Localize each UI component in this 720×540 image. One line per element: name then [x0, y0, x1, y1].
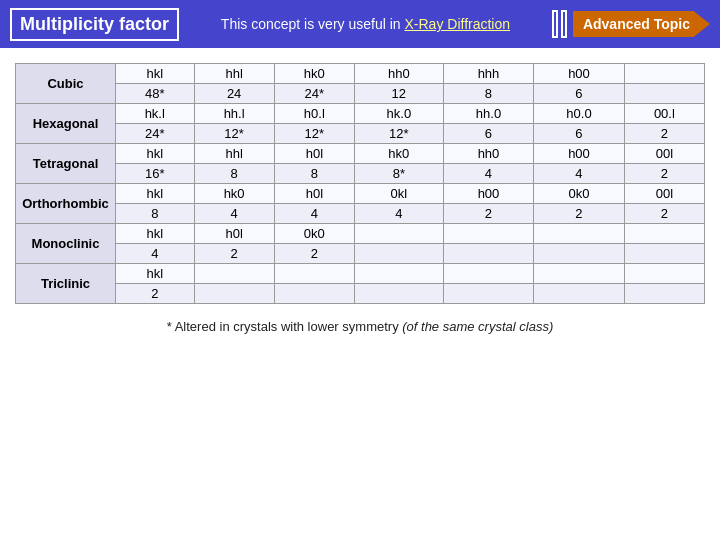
- footer-note: * Altered in crystals with lower symmetr…: [15, 319, 705, 334]
- table-cell: 6: [534, 124, 625, 144]
- system-label: Monoclinic: [16, 224, 116, 264]
- advanced-topic-section: Advanced Topic: [552, 10, 710, 38]
- table-row: 2: [16, 284, 705, 304]
- table-cell: 2: [274, 244, 354, 264]
- table-cell: hk.l: [116, 104, 195, 124]
- table-cell: 12: [354, 84, 443, 104]
- table-cell: [624, 244, 704, 264]
- table-cell: 8: [443, 84, 534, 104]
- footer-italic-text: (of the same crystal class): [402, 319, 553, 334]
- footer-text: * Altered in crystals with lower symmetr…: [167, 319, 403, 334]
- table-cell: h00: [534, 64, 625, 84]
- table-cell: [624, 264, 704, 284]
- multiplicity-table: Cubic hkl hhl hk0 hh0 hhh h00 48* 24 24*…: [15, 63, 705, 304]
- pause-bar-right: [561, 10, 567, 38]
- table-cell: 8: [194, 164, 274, 184]
- table-cell: [624, 224, 704, 244]
- table-cell: hk.0: [354, 104, 443, 124]
- table-cell: h00: [443, 184, 534, 204]
- table-row: 8 4 4 4 2 2 2: [16, 204, 705, 224]
- table-cell: [624, 284, 704, 304]
- table-row: Tetragonal hkl hhl h0l hk0 hh0 h00 00l: [16, 144, 705, 164]
- table-cell: hh0: [443, 144, 534, 164]
- table-cell: 0k0: [534, 184, 625, 204]
- table-cell: 4: [116, 244, 195, 264]
- table-row: Cubic hkl hhl hk0 hh0 hhh h00: [16, 64, 705, 84]
- table-cell: 2: [624, 204, 704, 224]
- table-cell: [354, 244, 443, 264]
- table-cell: 2: [534, 204, 625, 224]
- table-cell: 4: [443, 164, 534, 184]
- pause-icon: [552, 10, 567, 38]
- table-cell: 6: [534, 84, 625, 104]
- table-cell: [443, 244, 534, 264]
- table-cell: [274, 284, 354, 304]
- table-cell: 8*: [354, 164, 443, 184]
- table-cell: 4: [534, 164, 625, 184]
- table-cell: 4: [274, 204, 354, 224]
- table-cell: hkl: [116, 184, 195, 204]
- table-cell: [194, 264, 274, 284]
- table-cell: hk0: [274, 64, 354, 84]
- table-cell: 12*: [274, 124, 354, 144]
- table-cell: hkl: [116, 144, 195, 164]
- table-row: Monoclinic hkl h0l 0k0: [16, 224, 705, 244]
- advanced-topic-badge: Advanced Topic: [573, 11, 710, 37]
- system-label: Triclinic: [16, 264, 116, 304]
- page-title: Multiplicity factor: [10, 8, 179, 41]
- table-cell: hh.0: [443, 104, 534, 124]
- table-cell: h0.0: [534, 104, 625, 124]
- table-cell: hhh: [443, 64, 534, 84]
- header-description: This concept is very useful in X-Ray Dif…: [179, 16, 552, 32]
- table-cell: [534, 264, 625, 284]
- table-cell: 00l: [624, 144, 704, 164]
- main-content: Cubic hkl hhl hk0 hh0 hhh h00 48* 24 24*…: [0, 48, 720, 344]
- table-row: 48* 24 24* 12 8 6: [16, 84, 705, 104]
- table-cell: 6: [443, 124, 534, 144]
- table-cell: h0.l: [274, 104, 354, 124]
- table-cell: h0l: [194, 224, 274, 244]
- table-row: 24* 12* 12* 12* 6 6 2: [16, 124, 705, 144]
- table-cell: [534, 224, 625, 244]
- table-row: Hexagonal hk.l hh.l h0.l hk.0 hh.0 h0.0 …: [16, 104, 705, 124]
- system-label: Hexagonal: [16, 104, 116, 144]
- table-cell: 4: [194, 204, 274, 224]
- xray-link[interactable]: X-Ray Diffraction: [405, 16, 511, 32]
- table-cell: 00.l: [624, 104, 704, 124]
- table-cell: [354, 264, 443, 284]
- table-cell: hhl: [194, 144, 274, 164]
- page-header: Multiplicity factor This concept is very…: [0, 0, 720, 48]
- table-cell: [354, 224, 443, 244]
- table-cell: hk0: [194, 184, 274, 204]
- table-cell: 2: [624, 164, 704, 184]
- table-cell: 2: [116, 284, 195, 304]
- table-cell: 2: [194, 244, 274, 264]
- table-cell: h00: [534, 144, 625, 164]
- table-cell: [624, 84, 704, 104]
- description-text: This concept is very useful in: [221, 16, 405, 32]
- system-label: Orthorhombic: [16, 184, 116, 224]
- table-cell: 12*: [194, 124, 274, 144]
- table-cell: [274, 264, 354, 284]
- table-cell: h0l: [274, 184, 354, 204]
- table-cell: 0kl: [354, 184, 443, 204]
- table-cell: 24*: [274, 84, 354, 104]
- table-cell: [534, 284, 625, 304]
- table-cell: [443, 284, 534, 304]
- table-cell: hkl: [116, 264, 195, 284]
- table-cell: 4: [354, 204, 443, 224]
- table-cell: hh0: [354, 64, 443, 84]
- table-cell: hkl: [116, 64, 195, 84]
- table-cell: 12*: [354, 124, 443, 144]
- table-cell: [534, 244, 625, 264]
- pause-bar-left: [552, 10, 558, 38]
- table-cell: 0k0: [274, 224, 354, 244]
- table-row: 4 2 2: [16, 244, 705, 264]
- table-cell: hkl: [116, 224, 195, 244]
- table-cell: 8: [116, 204, 195, 224]
- table-row: 16* 8 8 8* 4 4 2: [16, 164, 705, 184]
- table-cell: [624, 64, 704, 84]
- table-cell: [354, 284, 443, 304]
- system-label: Cubic: [16, 64, 116, 104]
- table-cell: 16*: [116, 164, 195, 184]
